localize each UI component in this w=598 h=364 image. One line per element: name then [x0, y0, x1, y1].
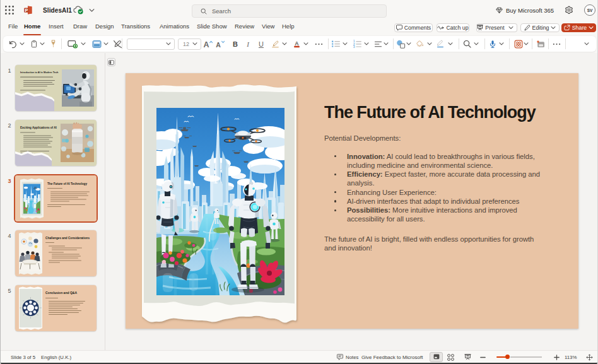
- slide-thumbnail-1[interactable]: Introduction to AI in Modern Tech: [15, 65, 97, 111]
- tab-view[interactable]: View: [262, 23, 274, 33]
- numbering-button[interactable]: 123: [351, 36, 363, 52]
- slide-5-number: 5: [6, 288, 13, 294]
- status-bar: Slide 3 of 5 English (U.K.) Notes Give F…: [1, 350, 597, 363]
- shrink-font-button[interactable]: A: [214, 36, 226, 52]
- zoom-slider-track[interactable]: [510, 356, 542, 358]
- normal-view-button[interactable]: [430, 352, 443, 362]
- tab-home[interactable]: Home: [24, 23, 40, 33]
- tab-slide-show[interactable]: Slide Show: [197, 23, 227, 33]
- ribbon-collapse-button[interactable]: [583, 36, 591, 52]
- share-chevron-icon: [589, 26, 594, 30]
- settings-gear-icon[interactable]: [565, 6, 573, 15]
- slide-body-text[interactable]: Potential Developments: Innovation: AI c…: [324, 134, 551, 252]
- svg-text:Exciting Applications of AI: Exciting Applications of AI: [20, 126, 57, 129]
- font-color-button[interactable]: A: [291, 36, 302, 52]
- font-color-dropdown[interactable]: [302, 36, 310, 52]
- undo-button[interactable]: [7, 36, 18, 52]
- ribbon-overflow-button[interactable]: [551, 36, 562, 52]
- zoom-slider-thumb[interactable]: [505, 355, 510, 359]
- catch-up-button[interactable]: Catch up: [437, 23, 469, 32]
- language-indicator[interactable]: English (U.K.): [41, 351, 71, 363]
- slide-thumbnail-5[interactable]: Conclusion and Q&A: [15, 285, 97, 331]
- new-slide-dropdown[interactable]: [79, 36, 88, 52]
- layout-dropdown[interactable]: [102, 36, 110, 52]
- find-dropdown[interactable]: [472, 36, 481, 52]
- collapse-pane-button[interactable]: [107, 58, 115, 66]
- zoom-level-indicator[interactable]: 113%: [565, 351, 577, 363]
- paste-dropdown[interactable]: [38, 36, 47, 52]
- numbering-dropdown[interactable]: [363, 36, 371, 52]
- slide-image-torn-paper[interactable]: [126, 73, 315, 329]
- editing-chevron-icon: [551, 26, 556, 30]
- present-dropdown-button[interactable]: [505, 23, 517, 32]
- zoom-slider-track-filled[interactable]: [496, 356, 506, 358]
- tab-transitions[interactable]: Transitions: [121, 23, 150, 33]
- find-button[interactable]: [462, 36, 472, 52]
- text-highlight-button[interactable]: [270, 36, 281, 52]
- tab-design[interactable]: Design: [95, 23, 114, 33]
- shape-outline-button[interactable]: [435, 36, 446, 52]
- undo-dropdown[interactable]: [18, 36, 26, 52]
- document-title[interactable]: SlidesAI1: [43, 7, 72, 14]
- buy-microsoft-365-label: Buy Microsoft 365: [506, 7, 554, 14]
- shape-fill-dropdown[interactable]: [426, 36, 434, 52]
- avatar-initials: SV: [587, 8, 593, 13]
- tab-draw[interactable]: Draw: [73, 23, 87, 33]
- slideshow-view-button[interactable]: [464, 351, 471, 363]
- shapes-dropdown[interactable]: [405, 36, 413, 52]
- tab-animations[interactable]: Animations: [160, 23, 189, 33]
- slide-title-text[interactable]: The Future of AI Technology: [324, 103, 536, 122]
- layout-button[interactable]: [91, 36, 103, 52]
- slide-thumbnail-4[interactable]: Challenges and Considerations: [15, 230, 97, 276]
- italic-button[interactable]: I: [243, 36, 252, 52]
- tab-file[interactable]: File: [8, 23, 18, 33]
- dictate-button[interactable]: [488, 36, 498, 52]
- shape-outline-dropdown[interactable]: [447, 36, 455, 52]
- menu-bar: File Home Insert Draw Design Transitions…: [1, 21, 597, 35]
- tab-review[interactable]: Review: [235, 23, 254, 33]
- underline-button[interactable]: U: [257, 36, 266, 52]
- editing-pencil-icon: [524, 25, 531, 31]
- slide-thumbnail-2[interactable]: Exciting Applications of AI: [15, 120, 97, 166]
- grow-font-button[interactable]: A: [202, 36, 214, 52]
- slide-editing-surface[interactable]: The Future of AI Technology Potential De…: [126, 73, 578, 329]
- text-highlight-dropdown[interactable]: [281, 36, 289, 52]
- title-chevron-down-icon[interactable]: [89, 8, 95, 13]
- fit-to-window-button[interactable]: [586, 351, 593, 363]
- design-ideas-button[interactable]: [534, 36, 546, 52]
- present-button[interactable]: Present: [476, 23, 505, 32]
- zoom-out-button[interactable]: [480, 351, 486, 363]
- bullets-dropdown[interactable]: [341, 36, 349, 52]
- dictate-dropdown[interactable]: [498, 36, 506, 52]
- tab-insert[interactable]: Insert: [49, 23, 64, 33]
- font-name-combobox[interactable]: [127, 38, 175, 50]
- slide-number-indicator[interactable]: Slide 3 of 5: [11, 351, 35, 363]
- buy-microsoft-365-button[interactable]: Buy Microsoft 365: [496, 5, 554, 15]
- slide-1-preview: Introduction to AI in Modern Tech: [15, 65, 97, 111]
- format-painter-button[interactable]: [48, 36, 59, 52]
- cloud-saved-icon[interactable]: [73, 6, 84, 15]
- app-launcher-icon[interactable]: [5, 6, 14, 15]
- bullets-button[interactable]: [330, 36, 342, 52]
- present-chevron-icon: [508, 26, 513, 30]
- zoom-in-button[interactable]: [554, 351, 560, 363]
- feedback-link[interactable]: Give Feedback to Microsoft: [361, 351, 423, 363]
- designer-dropdown[interactable]: [522, 36, 531, 52]
- slide-sorter-view-button[interactable]: [447, 351, 454, 363]
- new-slide-button[interactable]: [66, 36, 79, 52]
- account-avatar[interactable]: SV: [584, 4, 595, 16]
- font-size-combobox[interactable]: 12: [178, 38, 201, 50]
- notes-button[interactable]: Notes: [337, 351, 358, 363]
- editing-mode-button[interactable]: Editing: [520, 23, 560, 32]
- more-font-options-button[interactable]: [314, 36, 324, 52]
- bold-button[interactable]: B: [231, 36, 240, 52]
- shape-fill-button[interactable]: [414, 36, 425, 52]
- comments-icon: [396, 25, 402, 31]
- slide-thumbnail-3[interactable]: The Future of AI Technology: [15, 175, 97, 221]
- comments-button[interactable]: Comments: [394, 23, 433, 32]
- tab-help[interactable]: Help: [282, 23, 295, 33]
- align-dropdown[interactable]: [382, 36, 390, 52]
- powerpoint-logo-icon[interactable]: P: [24, 6, 32, 15]
- share-button[interactable]: Share: [561, 23, 596, 32]
- search-input[interactable]: Search: [192, 4, 387, 18]
